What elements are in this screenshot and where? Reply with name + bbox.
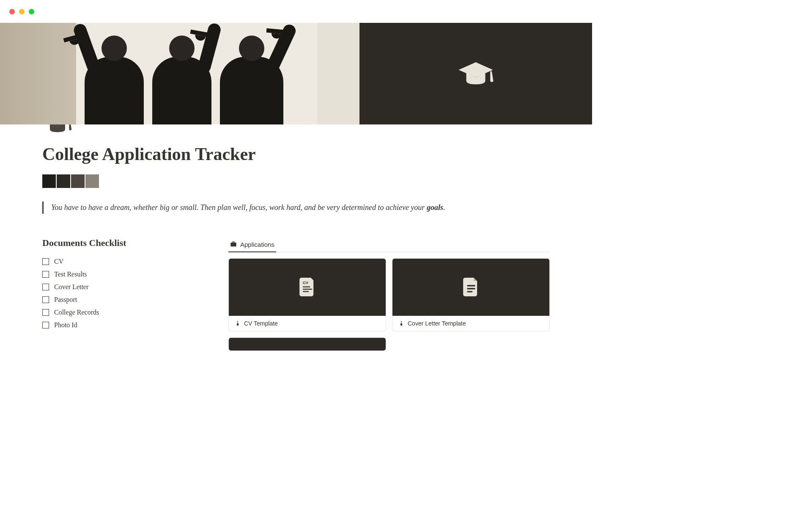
gallery-card-cover-letter-template[interactable]: Cover Letter Template [392,258,550,331]
checklist-label: Photo Id [54,321,77,329]
document-icon [462,278,480,296]
color-swatch [71,174,85,188]
tie-icon [235,320,241,326]
card-cover [229,338,386,351]
checklist-item[interactable]: Test Results [42,268,203,281]
window-titlebar [0,0,592,23]
checklist-label: CV [54,258,63,265]
checklist-item[interactable]: Cover Letter [42,281,203,293]
checklist-label: Test Results [54,271,87,278]
gallery-card-cv-template[interactable]: CV CV Template [228,258,386,331]
database-tabs: Applications [228,237,550,252]
applications-gallery: CV CV Template [228,258,550,351]
gallery-card-partial[interactable] [228,337,386,351]
tab-applications[interactable]: Applications [228,237,276,252]
maximize-window-button[interactable] [29,9,34,14]
checklist-item[interactable]: Passport [42,293,203,306]
cover-badge [359,23,592,124]
minimize-window-button[interactable] [19,9,25,14]
checkbox[interactable] [42,271,49,278]
documents-checklist-heading: Documents Checklist [42,237,203,248]
checkbox[interactable] [42,258,49,265]
checkbox[interactable] [42,296,49,303]
checkbox[interactable] [42,284,49,290]
quote-block[interactable]: You have to have a dream, whether big or… [42,202,550,214]
checklist-label: College Records [54,309,99,316]
card-title: Cover Letter Template [408,320,466,327]
checklist-item[interactable]: College Records [42,306,203,319]
checklist-label: Cover Letter [54,283,88,291]
svg-rect-2 [303,289,312,290]
svg-rect-3 [303,291,309,292]
quote-tail: . [443,203,445,212]
cover-photo [0,23,359,124]
color-palette [42,174,550,188]
svg-text:CV: CV [303,280,309,285]
color-swatch [85,174,99,188]
checkbox[interactable] [42,322,49,329]
checklist: CVTest ResultsCover LetterPassportColleg… [42,255,203,331]
svg-rect-4 [467,285,475,287]
svg-rect-6 [467,291,472,293]
checkbox[interactable] [42,309,49,316]
graduation-cap-icon [457,55,495,93]
checklist-label: Passport [54,296,77,304]
svg-rect-5 [467,288,475,290]
cv-document-icon: CV [298,278,317,296]
close-window-button[interactable] [9,9,15,14]
color-swatch [57,174,70,188]
quote-bold: goals [427,203,443,212]
checklist-item[interactable]: CV [42,255,203,268]
page-title[interactable]: College Application Tracker [42,144,550,164]
tie-icon [398,320,404,326]
cover-image [0,23,592,124]
card-cover [392,259,549,316]
color-swatch [42,174,56,188]
tab-label: Applications [240,241,274,248]
checklist-item[interactable]: Photo Id [42,319,203,331]
card-title: CV Template [244,320,278,327]
quote-text: You have to have a dream, whether big or… [51,203,427,212]
briefcase-icon [230,241,237,248]
card-cover: CV [229,259,386,316]
svg-rect-1 [303,287,310,287]
